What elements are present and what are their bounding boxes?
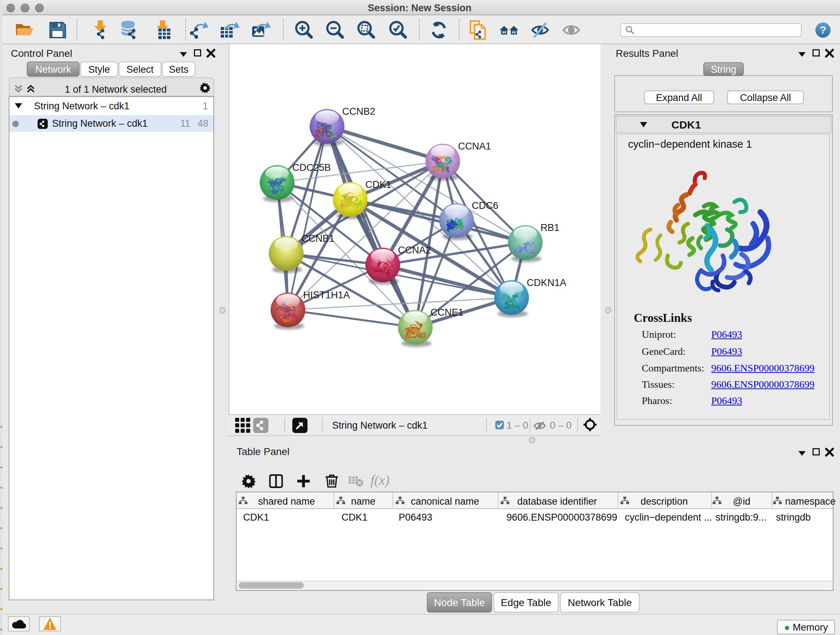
svg-text:CDK1: CDK1 (365, 179, 392, 190)
svg-text:CCNA2: CCNA2 (398, 245, 431, 256)
svg-text:CCNA1: CCNA1 (458, 141, 491, 152)
svg-text:CCNB2: CCNB2 (342, 106, 376, 117)
svg-text:RB1: RB1 (540, 222, 560, 233)
svg-text:CDC6: CDC6 (472, 200, 499, 211)
svg-text:HIST1H1A: HIST1H1A (303, 290, 350, 301)
svg-text:CDKN1A: CDKN1A (527, 277, 567, 288)
svg-text:CCNB1: CCNB1 (302, 233, 335, 244)
svg-text:CDC25B: CDC25B (292, 162, 331, 173)
svg-text:CCNE1: CCNE1 (431, 307, 464, 318)
